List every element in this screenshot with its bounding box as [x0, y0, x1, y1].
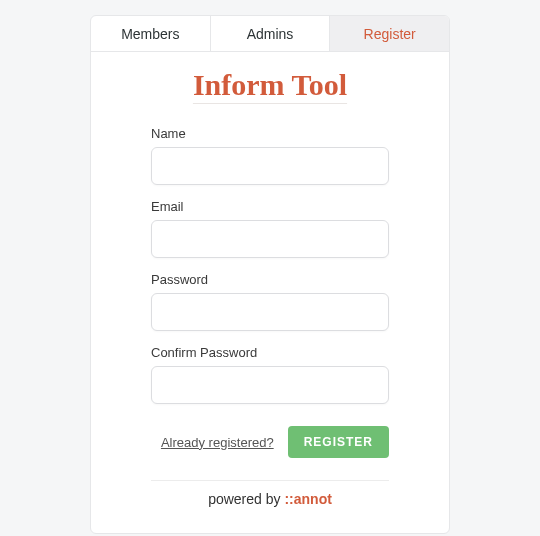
password-label: Password: [151, 272, 389, 287]
form-actions: Already registered? REGISTER: [151, 426, 389, 458]
email-input[interactable]: [151, 220, 389, 258]
powered-by: powered by ::annot: [125, 491, 415, 517]
brand-title: Inform Tool: [125, 68, 415, 102]
confirm-password-label: Confirm Password: [151, 345, 389, 360]
tabs: Members Admins Register: [91, 16, 449, 52]
name-label: Name: [151, 126, 389, 141]
annot-logo: ::annot: [284, 491, 331, 507]
tab-members[interactable]: Members: [91, 16, 211, 51]
name-input[interactable]: [151, 147, 389, 185]
register-button[interactable]: REGISTER: [288, 426, 389, 458]
already-registered-link[interactable]: Already registered?: [161, 435, 274, 450]
card-body: Inform Tool Name Email Password Confirm …: [91, 52, 449, 533]
confirm-password-input[interactable]: [151, 366, 389, 404]
separator: [151, 480, 389, 481]
tab-register[interactable]: Register: [330, 16, 449, 51]
email-label: Email: [151, 199, 389, 214]
powered-by-text: powered by: [208, 491, 284, 507]
tab-admins[interactable]: Admins: [211, 16, 331, 51]
register-form: Name Email Password Confirm Password Alr…: [125, 112, 415, 458]
auth-card: Members Admins Register Inform Tool Name…: [90, 15, 450, 534]
password-input[interactable]: [151, 293, 389, 331]
